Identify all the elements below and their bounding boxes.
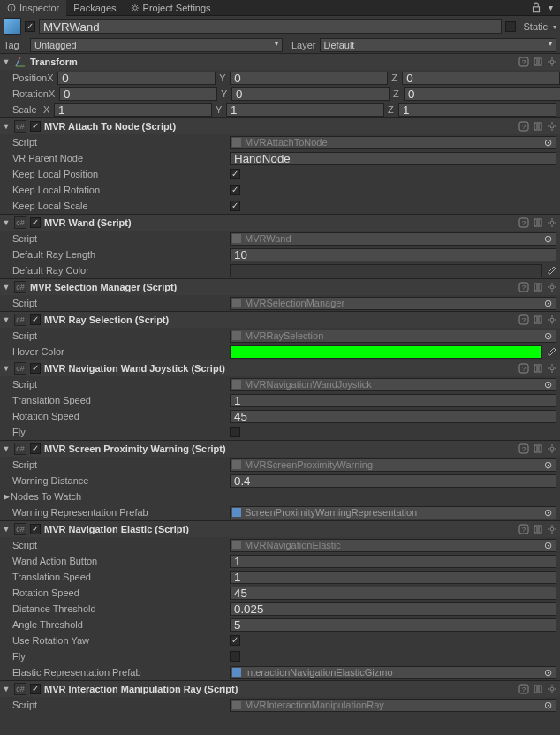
object-picker-icon[interactable]: ⊙ (541, 507, 554, 519)
active-checkbox[interactable] (25, 21, 35, 32)
foldout-icon[interactable]: ▼ (2, 57, 11, 66)
gear-icon[interactable] (546, 362, 558, 375)
help-icon[interactable]: ? (518, 120, 530, 133)
help-icon[interactable]: ? (518, 216, 530, 229)
script-field[interactable]: MVRInteractionManipulationRay⊙ (230, 699, 556, 712)
position-y[interactable] (230, 72, 388, 85)
object-picker-icon[interactable]: ⊙ (541, 540, 554, 551)
object-picker-icon[interactable]: ⊙ (541, 233, 554, 245)
gameobject-icon[interactable] (4, 18, 21, 35)
preset-icon[interactable] (532, 362, 544, 375)
component-enabled-checkbox[interactable] (30, 217, 41, 228)
ray-color-field[interactable] (230, 264, 542, 277)
gear-icon[interactable] (546, 120, 558, 133)
warn-repr-field[interactable]: ScreenProximityWarningRepresentation⊙ (230, 506, 556, 519)
help-icon[interactable]: ? (518, 523, 530, 535)
gameobject-name-field[interactable] (39, 19, 502, 34)
foldout-icon[interactable]: ▼ (2, 525, 11, 534)
foldout-icon[interactable]: ▼ (2, 685, 11, 693)
preset-icon[interactable] (532, 216, 544, 229)
yaw-checkbox[interactable] (230, 635, 240, 646)
script-field[interactable]: MVRNavigationElastic⊙ (230, 539, 556, 552)
scale-x[interactable] (54, 103, 212, 117)
rot-speed-field[interactable] (230, 410, 556, 423)
preset-icon[interactable] (532, 56, 544, 68)
gear-icon[interactable] (546, 683, 558, 695)
script-field[interactable]: MVRSelectionManager⊙ (230, 297, 556, 310)
script-field[interactable]: MVRNavigationWandJoystick⊙ (230, 378, 556, 391)
help-icon[interactable]: ? (518, 362, 530, 375)
fly-checkbox[interactable] (230, 651, 240, 662)
script-field[interactable]: MVRScreenProximityWarning⊙ (230, 458, 556, 472)
tab-packages[interactable]: Packages (66, 0, 123, 16)
ray-length-field[interactable] (230, 248, 556, 261)
context-menu-icon[interactable]: ▾ (544, 2, 556, 14)
component-enabled-checkbox[interactable] (30, 363, 41, 374)
help-icon[interactable]: ? (518, 443, 530, 455)
gear-icon[interactable] (546, 216, 558, 229)
keep-scale-checkbox[interactable] (230, 201, 240, 211)
object-picker-icon[interactable]: ⊙ (541, 667, 554, 678)
foldout-icon[interactable]: ▼ (2, 218, 11, 227)
help-icon[interactable]: ? (518, 683, 530, 695)
foldout-icon[interactable]: ▼ (2, 315, 11, 324)
tab-inspector[interactable]: i Inspector (0, 0, 66, 16)
gear-icon[interactable] (546, 314, 558, 326)
component-enabled-checkbox[interactable] (30, 443, 41, 454)
preset-icon[interactable] (532, 443, 544, 455)
static-dropdown-icon[interactable]: ▾ (553, 23, 556, 31)
help-icon[interactable]: ? (518, 281, 530, 293)
script-field[interactable]: MVRRaySelection⊙ (230, 330, 556, 343)
angle-thresh-field[interactable] (230, 618, 556, 632)
scale-y[interactable] (226, 103, 384, 117)
preset-icon[interactable] (532, 120, 544, 133)
component-enabled-checkbox[interactable] (30, 524, 41, 534)
object-picker-icon[interactable]: ⊙ (541, 330, 554, 342)
preset-icon[interactable] (532, 523, 544, 535)
help-icon[interactable]: ? (518, 56, 530, 68)
hover-color-field[interactable] (230, 345, 542, 359)
preset-icon[interactable] (532, 281, 544, 293)
eyedropper-icon[interactable] (546, 345, 556, 358)
gear-icon[interactable] (546, 56, 558, 68)
object-picker-icon[interactable]: ⊙ (541, 298, 554, 309)
keep-rot-checkbox[interactable] (230, 185, 240, 195)
tab-project-settings[interactable]: Project Settings (124, 0, 218, 16)
dist-thresh-field[interactable] (230, 602, 556, 616)
foldout-icon[interactable]: ▼ (2, 283, 11, 292)
foldout-icon[interactable]: ▼ (2, 364, 11, 373)
keep-pos-checkbox[interactable] (230, 169, 240, 179)
object-picker-icon[interactable]: ⊙ (541, 700, 554, 711)
elastic-repr-field[interactable]: InteractionNavigationElasticGizmo⊙ (230, 666, 556, 679)
component-enabled-checkbox[interactable] (30, 684, 41, 694)
help-icon[interactable]: ? (518, 314, 530, 326)
script-field[interactable]: MVRWand⊙ (230, 232, 556, 246)
wand-btn-field[interactable] (230, 555, 556, 568)
rot-speed-field[interactable] (230, 587, 556, 600)
rotation-y[interactable] (231, 87, 390, 101)
eyedropper-icon[interactable] (546, 264, 556, 277)
trans-speed-field[interactable] (230, 394, 556, 407)
tag-dropdown[interactable]: Untagged (30, 38, 283, 52)
trans-speed-field[interactable] (230, 571, 556, 584)
preset-icon[interactable] (532, 314, 544, 326)
position-x[interactable] (57, 72, 216, 85)
scale-z[interactable] (398, 103, 556, 117)
gear-icon[interactable] (546, 523, 558, 535)
component-enabled-checkbox[interactable] (30, 314, 41, 325)
layer-dropdown[interactable]: Default (320, 38, 556, 52)
preset-icon[interactable] (532, 683, 544, 695)
foldout-icon[interactable]: ▶ (2, 492, 11, 501)
parent-node-field[interactable] (230, 152, 556, 165)
rotation-z[interactable] (404, 87, 560, 101)
position-z[interactable] (402, 72, 560, 85)
gear-icon[interactable] (546, 281, 558, 293)
rotation-x[interactable] (59, 87, 217, 101)
fly-checkbox[interactable] (230, 427, 240, 437)
foldout-icon[interactable]: ▼ (2, 444, 11, 453)
gear-icon[interactable] (546, 443, 558, 455)
object-picker-icon[interactable]: ⊙ (541, 459, 554, 471)
script-field[interactable]: MVRAttachToNode⊙ (230, 136, 556, 149)
foldout-icon[interactable]: ▼ (2, 122, 11, 131)
component-enabled-checkbox[interactable] (30, 121, 41, 132)
